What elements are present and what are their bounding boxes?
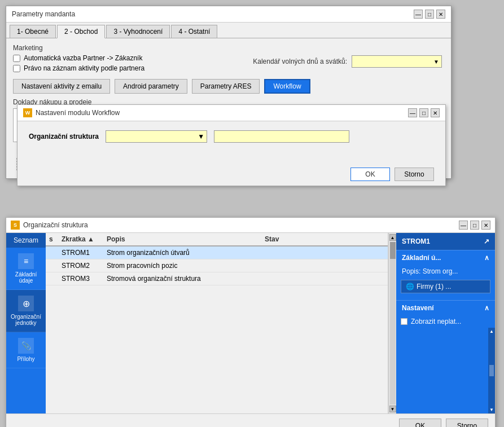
org-struct-dropdown[interactable]: ▼ <box>106 130 207 143</box>
list-header: s Zkratka ▲ Popis Stav <box>46 233 388 246</box>
tab-obecne[interactable]: 1- Obecné <box>10 25 56 38</box>
right-panel-title: STROM1 <box>402 237 430 245</box>
sidebar-zakladni-udaje[interactable]: ≡ Základníúdaje <box>6 248 46 290</box>
org-dialog: S Organizační struktura — □ ✕ Seznam ≡ Z… <box>6 217 496 427</box>
org-jednotky-icon: ⊕ <box>18 296 34 311</box>
col-header-popis[interactable]: Popis <box>107 235 265 243</box>
org-dialog-title: Organizační struktura <box>23 221 88 229</box>
org-struct-label: Organizační struktura <box>29 133 99 140</box>
zobrazit-neplat-checkbox[interactable] <box>401 318 407 325</box>
main-dialog-title: Parametry mandanta <box>12 10 75 18</box>
right-scroll-thumb[interactable] <box>489 365 494 376</box>
cell-zkratka-3: STROM3 <box>62 275 107 283</box>
marketing-section-label: Marketing <box>13 44 444 52</box>
close-button[interactable]: ✕ <box>436 10 445 19</box>
calendar-row: Kalendář volných dnů a svátků: ▼ <box>253 55 444 68</box>
list-scrollbar[interactable]: ▲ ▼ <box>388 233 396 413</box>
zakladni-u-section: Základní ú... ∧ Popis: Strom org... 🌐 Fi… <box>396 250 495 300</box>
minimize-button[interactable]: — <box>414 10 423 19</box>
col-header-zkratka[interactable]: Zkratka ▲ <box>62 235 107 243</box>
calendar-dropdown[interactable]: ▼ <box>352 55 442 68</box>
sidebar-prilohy[interactable]: 📎 Přílohy <box>6 332 46 368</box>
nastaveni-aktivity-button[interactable]: Nastavení aktivity z emailu <box>13 79 110 94</box>
org-dialog-icon: S <box>11 221 20 230</box>
zakladni-u-title[interactable]: Základní ú... ∧ <box>396 250 495 265</box>
tab-obchod[interactable]: 2 - Obchod <box>57 25 105 38</box>
workflow-button[interactable]: Workflow <box>264 79 310 94</box>
workflow-cancel-button[interactable]: Storno <box>395 168 434 181</box>
right-scroll-up[interactable]: ▲ <box>489 329 494 334</box>
workflow-dialog-title: Nastavení modulu Workflow <box>36 109 120 117</box>
popis-row: Popis: Strom org... <box>396 265 495 278</box>
right-scroll-down[interactable]: ▼ <box>489 407 494 412</box>
calendar-label: Kalendář volných dnů a svátků: <box>253 58 347 65</box>
panel-spacer <box>396 296 495 300</box>
pravo-zaznam-label: Právo na záznam aktivity podle partnera <box>24 64 144 72</box>
list-rows: STROM1 Strom organizačních útvarů STROM2… <box>46 246 388 413</box>
org-close-btn[interactable]: ✕ <box>481 221 490 230</box>
scroll-up-btn[interactable]: ▲ <box>389 234 396 241</box>
cell-zkratka-1: STROM1 <box>62 249 107 257</box>
android-parametry-button[interactable]: Android parametry <box>115 79 187 94</box>
scroll-thumb[interactable] <box>390 242 396 259</box>
org-maximize-btn[interactable]: □ <box>470 221 479 230</box>
prilohy-icon: 📎 <box>18 338 34 354</box>
zobrazit-neplat-row: Zobrazit neplat... <box>396 315 495 328</box>
org-content: Seznam ≡ Základníúdaje ⊕ Organizačníjedn… <box>6 233 495 413</box>
tabs-row: 1- Obecné 2 - Obchod 3 - Vyhodnocení 4 -… <box>6 23 451 38</box>
sidebar-seznam[interactable]: Seznam <box>6 233 46 248</box>
table-row[interactable]: STROM2 Strom pracovních pozic <box>46 259 388 272</box>
right-scrollbar[interactable]: ▲ ▼ <box>488 328 495 413</box>
nastaveni-chevron-up: ∧ <box>484 304 489 312</box>
zakladni-udaje-label: Základníúdaje <box>15 271 37 284</box>
zakladni-udaje-icon: ≡ <box>18 253 34 269</box>
external-link-icon[interactable]: ↗ <box>484 237 489 245</box>
right-panel-scroll-area: ▲ ▼ <box>396 328 495 413</box>
wf-maximize-btn[interactable]: □ <box>419 108 428 117</box>
right-panel: STROM1 ↗ Základní ú... ∧ Popis: Strom or… <box>396 233 495 413</box>
pravo-zaznam-checkbox[interactable] <box>13 65 20 72</box>
left-sidebar: Seznam ≡ Základníúdaje ⊕ Organizačníjedn… <box>6 233 46 413</box>
table-row[interactable]: STROM1 Strom organizačních útvarů <box>46 246 388 259</box>
workflow-buttons: OK Storno <box>17 163 445 186</box>
org-minimize-btn[interactable]: — <box>459 221 468 230</box>
workflow-titlebar: W Nastavení modulu Workflow — □ ✕ <box>17 105 445 121</box>
list-area: s Zkratka ▲ Popis Stav STROM1 Strom orga… <box>46 233 388 413</box>
org-dropdown-arrow: ▼ <box>198 133 204 140</box>
cell-popis-2: Strom pracovních pozic <box>107 262 265 270</box>
calendar-dropdown-arrow: ▼ <box>433 59 439 65</box>
checkbox-row-1: Automatická vazba Partner -> Zákazník <box>13 54 144 62</box>
wf-minimize-btn[interactable]: — <box>408 108 417 117</box>
workflow-controls: — □ ✕ <box>408 108 440 117</box>
org-ok-button[interactable]: OK <box>399 419 441 427</box>
globe-icon: 🌐 <box>406 283 414 290</box>
org-dialog-bottom: OK Storno <box>6 413 495 427</box>
nastaveni-section: Nastavení ∧ Zobrazit neplat... <box>396 300 495 328</box>
org-text-input[interactable] <box>214 130 349 143</box>
maximize-button[interactable]: □ <box>425 10 434 19</box>
tab-ostatni[interactable]: 4 - Ostatní <box>171 25 217 38</box>
main-dialog-titlebar: Parametry mandanta — □ ✕ <box>6 6 451 23</box>
auto-vazba-checkbox[interactable] <box>13 55 20 62</box>
tab-vyhodnoceni[interactable]: 3 - Vyhodnocení <box>106 25 170 38</box>
parametry-ares-button[interactable]: Parametry ARES <box>192 79 260 94</box>
nastaveni-title[interactable]: Nastavení ∧ <box>396 300 495 315</box>
org-struct-row: Organizační struktura ▼ <box>29 130 434 143</box>
right-panel-header: STROM1 ↗ <box>396 233 495 250</box>
col-header-s[interactable]: s <box>49 235 62 243</box>
col-header-stav[interactable]: Stav <box>265 235 321 243</box>
table-row[interactable]: STROM3 Stromová organizační struktura <box>46 272 388 285</box>
firmy-button[interactable]: 🌐 Firmy (1) ... <box>401 280 490 293</box>
workflow-icon: W <box>23 108 32 117</box>
scroll-down-btn[interactable]: ▼ <box>389 406 396 412</box>
sidebar-seznam-label: Seznam <box>14 236 38 244</box>
main-buttons-row: Nastavení aktivity z emailu Android para… <box>13 79 444 94</box>
org-controls: — □ ✕ <box>459 221 490 230</box>
workflow-ok-button[interactable]: OK <box>350 168 390 181</box>
workflow-dialog: W Nastavení modulu Workflow — □ ✕ Organi… <box>17 104 446 186</box>
wf-close-btn[interactable]: ✕ <box>431 108 440 117</box>
prilohy-label: Přílohy <box>17 356 34 362</box>
scroll-track <box>390 242 396 404</box>
sidebar-org-jednotky[interactable]: ⊕ Organizačníjednotky <box>6 290 46 332</box>
org-cancel-button[interactable]: Storno <box>446 419 488 427</box>
